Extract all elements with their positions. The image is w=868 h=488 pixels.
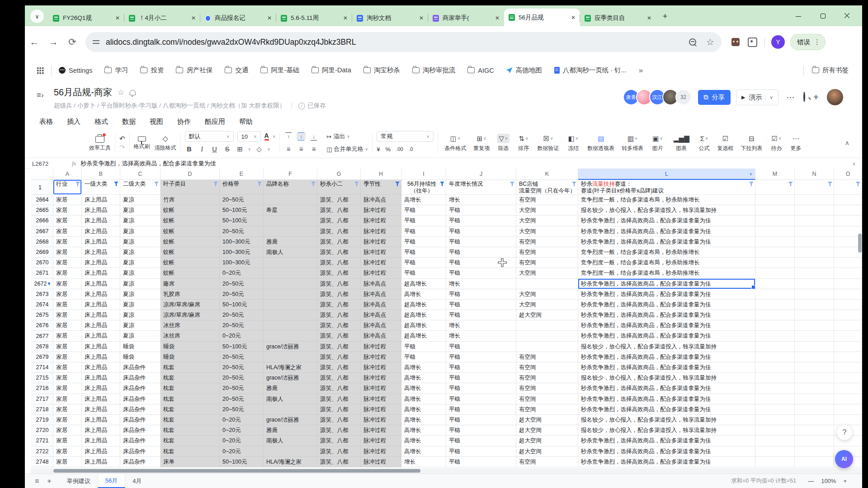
cell-N2667[interactable] [795, 226, 834, 237]
cell-M2665[interactable] [755, 205, 795, 216]
cell-F2722[interactable] [264, 446, 317, 457]
header-cell-N[interactable] [795, 180, 834, 195]
cell-O2715[interactable] [834, 373, 862, 383]
cell-E2666[interactable]: 50~100元 [220, 216, 264, 226]
notification-bell-icon[interactable] [130, 90, 136, 95]
user-avatar[interactable] [827, 89, 843, 105]
grid-corner-cell[interactable] [31, 169, 53, 180]
cell-C2664[interactable]: 夏凉 [120, 195, 160, 205]
cell-C2665[interactable]: 夏凉 [120, 205, 160, 216]
cell-I2720[interactable]: 高增长 [401, 425, 446, 436]
cell-E2722[interactable]: 0~20元 [220, 446, 264, 457]
cell-B2667[interactable]: 床上用品 [82, 226, 120, 237]
toolbar-button-更多[interactable]: ⋯更多 [788, 134, 804, 152]
cell-G2665[interactable]: 源笑、八都 [317, 205, 361, 216]
cell-I2675[interactable]: 超高增长 [401, 310, 446, 320]
cell-J2717[interactable]: 平稳 [446, 394, 516, 404]
cell-M2673[interactable] [755, 289, 795, 300]
cell-G2715[interactable]: 源笑、八都 [317, 373, 361, 383]
help-button[interactable]: ? [837, 425, 852, 440]
browser-menu-icon[interactable]: ⋮ [814, 38, 821, 46]
cell-A2675[interactable]: 家居 [53, 310, 82, 320]
tab-close-icon[interactable]: ✕ [341, 14, 349, 22]
cell-J2722[interactable]: 平稳 [446, 446, 516, 457]
bookmark-7[interactable]: 阿里-Data [311, 66, 351, 75]
cell-L2719[interactable]: 报名较少，放心报入，配合多渠道投入，独享流量加持 [578, 415, 755, 425]
cell-C2676[interactable]: 夏凉 [120, 320, 160, 331]
cell-N2671[interactable] [795, 268, 834, 278]
cell-A2722[interactable]: 家居 [53, 446, 82, 457]
cell-A2679[interactable]: 家居 [53, 352, 82, 362]
cell-C2666[interactable]: 夏凉 [120, 216, 160, 226]
cell-H2748[interactable]: 脉冲过程 [361, 457, 401, 467]
cell-A2673[interactable]: 家居 [53, 289, 82, 300]
filter-funnel-icon[interactable] [311, 182, 316, 186]
cell-M2664[interactable] [755, 195, 795, 205]
share-button[interactable]: ⧉ 分享 [698, 90, 731, 105]
cell-E2676[interactable]: 20~50元 [220, 320, 264, 331]
cell-N2668[interactable] [795, 237, 834, 247]
cell-A2715[interactable]: 家居 [53, 373, 82, 383]
cell-G2669[interactable]: 源笑、八都 [317, 247, 361, 258]
cell-B2720[interactable]: 床上用品 [82, 425, 120, 436]
cell-J2678[interactable]: 平稳 [446, 342, 516, 352]
column-header-O[interactable]: O [834, 169, 862, 180]
cell-D2717[interactable]: 枕套 [160, 394, 220, 404]
cell-I2719[interactable]: 高增长 [401, 415, 446, 425]
cell-F2673[interactable] [264, 289, 317, 300]
cell-F2672[interactable] [264, 279, 317, 289]
cell-A2676[interactable]: 家居 [53, 320, 82, 331]
cell-O2675[interactable] [834, 310, 862, 320]
cell-O2666[interactable] [834, 216, 862, 226]
cell-N2748[interactable] [795, 457, 834, 467]
text-overflow-select[interactable]: ↦ 溢出 ∨ [326, 132, 350, 141]
cell-M2715[interactable] [755, 373, 795, 383]
cell-G2673[interactable]: 源笑、八都 [317, 289, 361, 300]
cell-G2676[interactable]: 源笑、八都 [317, 320, 361, 331]
sheet-list-icon[interactable]: ≡ [35, 477, 39, 485]
cell-M2714[interactable] [755, 362, 795, 373]
cell-B2678[interactable]: 床上用品 [82, 342, 120, 352]
browser-tab-6[interactable]: 商家举手(✕ [428, 10, 504, 26]
bookmark-4[interactable]: 房产社保 [176, 66, 212, 75]
cell-M2716[interactable] [755, 383, 795, 394]
cell-M2670[interactable] [755, 258, 795, 268]
cell-I2673[interactable]: 高增长 [401, 289, 446, 300]
column-header-H[interactable]: H [361, 169, 401, 180]
cell-I2666[interactable]: 平稳 [401, 216, 446, 226]
cell-B2666[interactable]: 床上用品 [82, 216, 120, 226]
header-cell-H[interactable]: 季节性 [361, 180, 401, 195]
cell-B2718[interactable]: 床上用品 [82, 404, 120, 415]
browser-tab-4[interactable]: 5.6-5.11周✕ [276, 10, 352, 26]
cell-L2668[interactable]: 秒杀竞争激烈，选择高效商品，配合多渠道拿量为佳 [578, 237, 755, 247]
cell-L2677[interactable]: 秒杀竞争激烈，选择高效商品，配合多渠道拿量为佳 [578, 331, 755, 341]
cell-M2717[interactable] [755, 394, 795, 404]
cell-H2676[interactable]: 脉冲高点 [361, 320, 401, 331]
cell-F2715[interactable]: grace/洁丽雅 [264, 373, 317, 383]
cell-F2666[interactable] [264, 216, 317, 226]
cell-I2664[interactable]: 高增长 [401, 195, 446, 205]
cell-I2676[interactable]: 超高增长 [401, 320, 446, 331]
cell-L2716[interactable]: 秒杀竞争激烈，选择高效商品，配合多渠道拿量为佳 [578, 383, 755, 394]
cell-G2671[interactable]: 源笑、八都 [317, 268, 361, 278]
cell-A2717[interactable]: 家居 [53, 394, 82, 404]
cell-O2679[interactable] [834, 352, 862, 362]
outline-toggle-icon[interactable]: ≡› [37, 91, 46, 98]
cell-C2715[interactable]: 床品杂件 [120, 373, 160, 383]
header-cell-E[interactable]: 价格带 [220, 180, 264, 195]
cell-J2720[interactable]: 平稳 [446, 425, 516, 436]
cell-K2666[interactable]: 大空间 [516, 216, 578, 226]
cell-G2664[interactable]: 源笑、八都 [317, 195, 361, 205]
filter-funnel-icon[interactable] [213, 182, 218, 186]
cell-M2719[interactable] [755, 415, 795, 425]
tab-close-icon[interactable]: ✕ [417, 14, 425, 22]
tampermonkey-extension-icon[interactable] [731, 38, 740, 46]
cell-G2748[interactable]: 源笑、八都 [317, 457, 361, 467]
cell-C2717[interactable]: 床品杂件 [120, 394, 160, 404]
reload-button[interactable]: ⟳ [63, 37, 82, 47]
cell-I2718[interactable]: 高增长 [401, 404, 446, 415]
zoom-level[interactable]: 100% [821, 478, 836, 484]
cell-I2715[interactable]: 高增长 [401, 373, 446, 383]
cell-E2668[interactable]: 100~300元 [220, 237, 264, 247]
cell-M2721[interactable] [755, 436, 795, 446]
